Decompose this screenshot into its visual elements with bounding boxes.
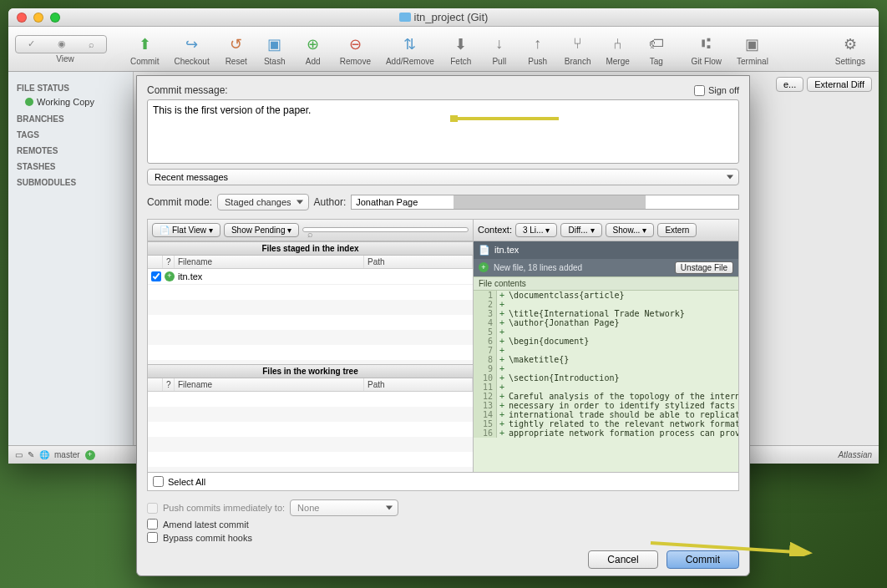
context-label: Context: (478, 225, 512, 235)
sidebar-header-submodules[interactable]: SUBMODULES (8, 173, 133, 189)
edit-icon[interactable]: ✎ (28, 450, 34, 459)
sidebar-header-branches[interactable]: BRANCHES (8, 109, 133, 125)
staged-files-header: Files staged in the index (148, 241, 473, 256)
show-options-dropdown[interactable]: Show... ▾ (606, 223, 655, 237)
branch-label: master (54, 450, 80, 459)
settings-button[interactable]: ⚙Settings (829, 31, 872, 68)
add-button[interactable]: ⊕Add (295, 31, 332, 68)
tag-button[interactable]: 🏷Tag (638, 31, 675, 68)
staged-column-header: ?FilenamePath (148, 256, 473, 269)
bypass-hooks-label: Bypass commit hooks (163, 533, 252, 543)
diff-file-status: + New file, 18 lines added Unstage File (474, 259, 738, 276)
amend-checkbox[interactable] (147, 519, 158, 530)
brand-label: Atlassian (838, 450, 872, 459)
diff-line: 1+\documentclass{article} (474, 291, 738, 300)
sign-off-checkbox[interactable]: Sign off (694, 85, 739, 96)
branch-button[interactable]: ⑂Branch (558, 31, 598, 68)
file-name: itn.tex (178, 271, 202, 281)
flat-view-dropdown[interactable]: 📄 Flat View ▾ (152, 223, 220, 237)
show-pending-dropdown[interactable]: Show Pending ▾ (224, 223, 300, 237)
files-pane: 📄 Flat View ▾ Show Pending ▾ Files stage… (148, 220, 474, 472)
sidebar-header-filestatus: FILE STATUS (8, 79, 133, 94)
diff-line: 13+necessary in order to identify styliz… (474, 401, 738, 410)
bypass-hooks-checkbox[interactable] (147, 532, 158, 543)
stash-button[interactable]: ▣Stash (256, 31, 293, 68)
push-immediately-checkbox[interactable] (147, 503, 158, 514)
file-icon: 📄 (479, 245, 490, 256)
select-all-row[interactable]: Select All (147, 473, 739, 491)
push-target-dropdown[interactable]: None (290, 499, 398, 516)
amend-label: Amend latest commit (163, 520, 249, 530)
push-button[interactable]: ↑Push (520, 31, 556, 68)
unstage-file-button[interactable]: Unstage File (675, 261, 733, 274)
diff-line: 9+ (474, 364, 738, 373)
commit-mode-dropdown[interactable]: Staged changes (217, 194, 309, 210)
add-remove-button[interactable]: ⇅Add/Remove (379, 31, 441, 68)
toolbar: ✓◉⌕ View ⬆Commit ↪Checkout ↺Reset ▣Stash… (8, 27, 879, 72)
external-diff-mini-button[interactable]: Extern (657, 223, 697, 237)
commit-message-label: Commit message: (147, 84, 228, 96)
view-label: View (56, 54, 74, 63)
titlebar: itn_project (Git) (8, 8, 879, 27)
author-email-redacted (454, 195, 646, 209)
diff-pane: Context: 3 Li... ▾ Diff... ▾ Show... ▾ E… (474, 220, 738, 472)
diff-line: 4+\author{Jonathan Page} (474, 318, 738, 327)
terminal-button[interactable]: ▣Terminal (730, 31, 775, 68)
folder-icon (399, 13, 411, 22)
commit-mode-label: Commit mode: (147, 196, 212, 208)
author-input[interactable] (352, 195, 453, 209)
added-icon: + (479, 262, 489, 272)
layout-toggle-icon[interactable]: ▭ (15, 450, 23, 459)
remove-button[interactable]: ⊖Remove (333, 31, 378, 68)
commit-message-input[interactable] (147, 99, 739, 164)
commit-button[interactable]: Commit (667, 550, 739, 569)
gear-icon: ⚙ (839, 33, 862, 56)
diff-line: 12+Careful analysis of the topology of t… (474, 392, 738, 401)
cancel-button[interactable]: Cancel (588, 550, 657, 569)
sidebar-header-tags[interactable]: TAGS (8, 125, 133, 141)
diff-body[interactable]: 1+\documentclass{article}2+3+\title{Inte… (474, 291, 738, 472)
globe-icon[interactable]: 🌐 (39, 450, 49, 459)
diff-line: 11+ (474, 383, 738, 392)
working-files-header: Files in the working tree (148, 364, 473, 378)
plus-icon[interactable]: + (85, 450, 95, 460)
pull-button[interactable]: ↓Pull (481, 31, 518, 68)
gitflow-button[interactable]: ⑆Git Flow (684, 31, 728, 68)
truncated-dropdown[interactable]: e... (776, 77, 803, 92)
file-checkbox[interactable] (151, 271, 161, 281)
select-all-checkbox[interactable] (153, 476, 164, 487)
checkout-button[interactable]: ↪Checkout (167, 31, 215, 68)
diff-file-header: 📄 itn.tex (474, 241, 738, 259)
staged-empty-rows (148, 285, 473, 365)
sidebar-header-remotes[interactable]: REMOTES (8, 141, 133, 157)
diff-line: 2+ (474, 300, 738, 309)
diff-options-dropdown[interactable]: Diff... ▾ (560, 223, 601, 237)
merge-button[interactable]: ⑃Merge (599, 31, 636, 68)
diff-line: 8+\maketitle{} (474, 355, 738, 364)
fetch-button[interactable]: ⬇Fetch (443, 31, 479, 68)
sidebar-item-working-copy[interactable]: Working Copy (8, 94, 133, 109)
window-title: itn_project (Git) (8, 11, 879, 23)
working-column-header: ?FilenamePath (148, 378, 473, 392)
diff-line: 16+appropriate network formation process… (474, 428, 738, 438)
sidebar-header-stashes[interactable]: STASHES (8, 157, 133, 173)
staged-file-row[interactable]: + itn.tex (148, 269, 473, 285)
author-label: Author: (314, 196, 347, 208)
commit-dialog: Commit message: Sign off Recent messages… (136, 75, 750, 576)
reset-button[interactable]: ↺Reset (218, 31, 255, 68)
added-icon: + (165, 271, 175, 281)
context-lines-dropdown[interactable]: 3 Li... ▾ (515, 223, 557, 237)
diff-line: 3+\title{International Trade Network} (474, 309, 738, 318)
diff-line: 15+tightly related to the relevant netwo… (474, 419, 738, 428)
diff-line: 5+ (474, 327, 738, 337)
file-contents-header: File contents (474, 276, 738, 291)
view-segmented-control[interactable]: ✓◉⌕ (15, 35, 107, 53)
working-empty-rows (148, 392, 473, 472)
file-search-input[interactable] (302, 227, 469, 232)
recent-messages-dropdown[interactable]: Recent messages (147, 169, 739, 185)
diff-line: 14+international trade should be able to… (474, 410, 738, 419)
diff-line: 10+\section{Introduction} (474, 373, 738, 383)
external-diff-button[interactable]: External Diff (807, 77, 872, 92)
commit-button[interactable]: ⬆Commit (124, 31, 165, 68)
diff-line: 7+ (474, 346, 738, 355)
